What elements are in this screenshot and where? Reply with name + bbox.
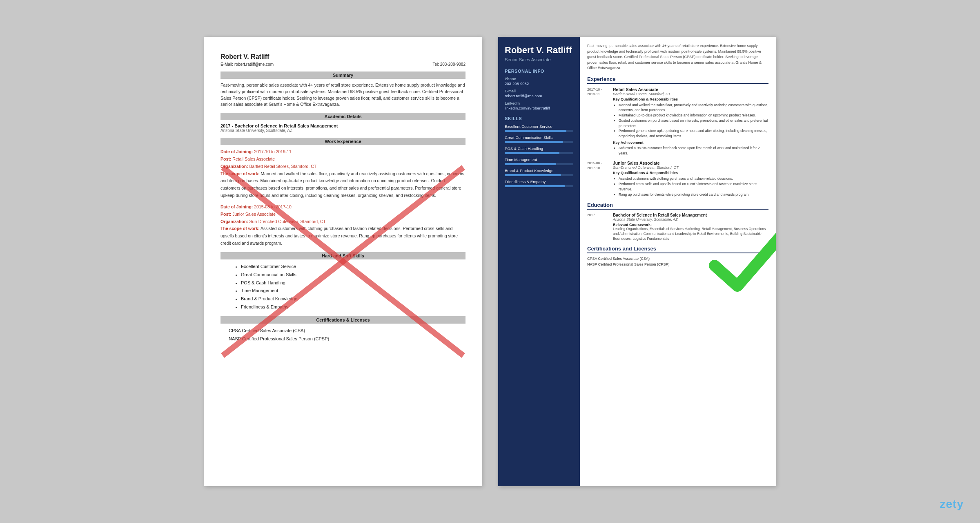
skill-4: Time Management: [241, 287, 466, 295]
left-email: E-Mail: robert.ratliff@me.com: [220, 62, 274, 67]
exp1-bullets: Manned and walked the sales floor, proac…: [613, 103, 768, 139]
work-entry-1: Date of Joining: 2017-10 to 2019-11 Post…: [220, 148, 466, 199]
right-sidebar: Robert V. Ratliff Senior Sales Associate…: [498, 37, 580, 486]
right-cert-1: CPSA Certified Sales Associate (CSA): [587, 257, 768, 261]
exp2-b2: Performed cross-sells and upsells based …: [619, 181, 768, 192]
skill-bar-bg-2: [505, 152, 573, 154]
exp2-date: 2015-08 - 2017-10: [587, 161, 610, 197]
left-contact: E-Mail: robert.ratliff@me.com Tel: 203-2…: [220, 62, 466, 67]
exp1-date: 2017-10 - 2019-11: [587, 87, 610, 156]
exp2-kq-label: Key Qualifications & Responsibilities: [613, 171, 768, 175]
zety-watermark: zety: [940, 498, 964, 511]
skill-bar-fill-5: [505, 185, 565, 187]
phone-value: 203-208-9082: [505, 81, 573, 86]
skill-bar-bg-5: [505, 185, 573, 187]
exp1-b2: Maintained up-to-date product knowledge …: [619, 113, 768, 118]
right-resume: Robert V. Ratliff Senior Sales Associate…: [498, 37, 776, 486]
work1-post: Post: Retail Sales Associate: [220, 156, 466, 163]
left-header: Robert V. Ratliff E-Mail: robert.ratliff…: [220, 53, 466, 67]
work2-date: Date of Joining: 2015-08 to 2017-10: [220, 203, 466, 211]
skill-name-0: Excellent Customer Service: [505, 124, 573, 129]
skill-name-1: Great Communication Skills: [505, 135, 573, 140]
left-academic-bar: Academic Details: [220, 113, 466, 120]
exp2-job-title: Junior Sales Associate: [613, 161, 768, 165]
edu-entry-1: 2017 Bachelor of Science in Retail Sales…: [587, 213, 768, 241]
email-value: robert.ratliff@me.com: [505, 94, 573, 98]
personal-info-label: Personal Info: [505, 69, 573, 74]
certs-heading: Certifications and Licenses: [587, 246, 768, 253]
exp1-achievements: Achieved a 98.5% customer feedback score…: [613, 145, 768, 156]
left-skills-list: Excellent Customer Service Great Communi…: [220, 263, 466, 311]
linkedin-value: linkedin.com/in/robertratliff: [505, 106, 573, 110]
cert-2: NASP Certified Professional Sales Person…: [220, 335, 466, 343]
exp1-b3: Guided customers on purchases based on i…: [619, 118, 768, 129]
edu1-details: Bachelor of Science in Retail Sales Mana…: [613, 213, 768, 241]
cert-1: CPSA Certified Sales Associate (CSA): [220, 327, 466, 335]
left-certs-bar: Certifications & Licenses: [220, 316, 466, 324]
exp2-details: Junior Sales Associate Sun-Drenched Oute…: [613, 161, 768, 197]
exp1-achieve-label: Key Achievement: [613, 141, 768, 145]
skill-bar-bg-0: [505, 130, 573, 132]
left-skills-bar: Hard and Soft Skills: [220, 252, 466, 259]
left-tel: Tel: 203-208-9082: [432, 62, 466, 67]
skill-5: Brand & Product Knowledge: [241, 295, 466, 303]
linkedin-label: LinkedIn: [505, 101, 573, 105]
work2-scope: The scope of work: Assisted customers wi…: [220, 225, 466, 247]
right-cert-2: NASP Certified Professional Sales Person…: [587, 262, 768, 266]
exp-entry-1: 2017-10 - 2019-11 Retail Sales Associate…: [587, 87, 768, 156]
exp1-b4: Performed general store upkeep during st…: [619, 128, 768, 139]
skill-6: Friendliness & Empathy: [241, 303, 466, 311]
exp2-b1: Assisted customers with clothing purchas…: [619, 176, 768, 181]
edu1-school: Arizona State University, Scottsdale, AZ: [613, 217, 768, 221]
right-name: Robert V. Ratliff: [505, 45, 573, 56]
coursework-label: Relevant Coursework:: [613, 223, 768, 227]
work2-org: Organization: Sun-Drenched Outerwear, St…: [220, 218, 466, 226]
right-intro: Fast-moving, personable sales associate …: [587, 43, 768, 71]
work1-scope: The scope of work: Manned and walked the…: [220, 170, 466, 199]
left-summary-bar: Summary: [220, 72, 466, 79]
skill-bar-fill-1: [505, 141, 563, 143]
exp1-job-title: Retail Sales Associate: [613, 87, 768, 92]
skill-bars: Excellent Customer ServiceGreat Communic…: [505, 124, 573, 187]
skill-name-2: POS & Cash Handling: [505, 146, 573, 151]
skill-3: POS & Cash Handling: [241, 279, 466, 287]
exp2-b3: Rang up purchases for clients while prom…: [619, 192, 768, 197]
right-main: Fast-moving, personable sales associate …: [580, 37, 776, 486]
exp1-b1: Manned and walked the sales floor, proac…: [619, 103, 768, 113]
skill-name-3: Time Management: [505, 157, 573, 162]
skill-name-4: Brand & Product Knowledge: [505, 168, 573, 173]
left-work-bar: Work Experience: [220, 138, 466, 145]
left-name: Robert V. Ratliff: [220, 53, 466, 60]
skill-name-5: Friendliness & Empathy: [505, 179, 573, 184]
work-entry-2: Date of Joining: 2015-08 to 2017-10 Post…: [220, 203, 466, 247]
work1-date: Date of Joining: 2017-10 to 2019-11: [220, 148, 466, 156]
work1-org: Organization: Bartlett Retail Stores, St…: [220, 163, 466, 170]
edu1-degree: Bachelor of Science in Retail Sales Mana…: [613, 213, 768, 217]
email-label: E-mail: [505, 89, 573, 93]
exp2-org: Sun-Drenched Outerwear, Stamford, CT: [613, 165, 768, 170]
phone-label: Phone: [505, 77, 573, 81]
left-school: Arizona State University, Scottsdale, AZ: [220, 128, 466, 133]
exp1-kq-label: Key Qualifications & Responsibilities: [613, 97, 768, 101]
exp-entry-2: 2015-08 - 2017-10 Junior Sales Associate…: [587, 161, 768, 197]
experience-heading: Experience: [587, 76, 768, 84]
skill-1: Excellent Customer Service: [241, 263, 466, 271]
skill-bar-fill-2: [505, 152, 559, 154]
exp1-a1: Achieved a 98.5% customer feedback score…: [619, 145, 768, 156]
certs-section: CPSA Certified Sales Associate (CSA) NAS…: [587, 257, 768, 266]
coursework-text: Leading Organizations, Essentials of Ser…: [613, 227, 768, 241]
skill-bar-fill-3: [505, 163, 556, 165]
skill-bar-bg-1: [505, 141, 573, 143]
skill-bar-fill-0: [505, 130, 566, 132]
exp1-org: Bartlett Retail Stores, Stamford, CT: [613, 92, 768, 96]
education-heading: Education: [587, 202, 768, 210]
edu1-date: 2017: [587, 213, 610, 241]
skills-label: Skills: [505, 116, 573, 121]
right-title: Senior Sales Associate: [505, 57, 573, 62]
skill-2: Great Communication Skills: [241, 271, 466, 279]
left-resume: Robert V. Ratliff E-Mail: robert.ratliff…: [204, 37, 482, 486]
skill-bar-bg-4: [505, 174, 573, 176]
work2-post: Post: Junior Sales Associate: [220, 211, 466, 218]
left-summary-text: Fast-moving, personable sales associate …: [220, 82, 466, 108]
exp2-bullets: Assisted customers with clothing purchas…: [613, 176, 768, 197]
